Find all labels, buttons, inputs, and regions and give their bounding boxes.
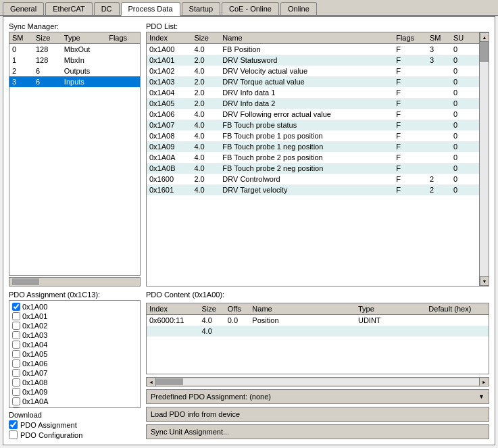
- pdo-assign-checkbox[interactable]: [12, 331, 20, 339]
- table-row[interactable]: 36Inputs: [9, 76, 140, 87]
- list-item[interactable]: 0x1A04: [11, 340, 139, 349]
- top-section: Sync Manager: SM Size Type Flags 0128Mbx…: [9, 22, 489, 287]
- predefined-pdo-dropdown[interactable]: Predefined PDO Assignment: (none) ▼: [146, 389, 489, 404]
- pdo-assign-checkbox[interactable]: [12, 369, 20, 377]
- pdo-assign-checkbox[interactable]: [12, 322, 20, 330]
- pc-col-type: Type: [355, 303, 426, 315]
- pdo-assign-checkbox[interactable]: [12, 359, 20, 368]
- sync-manager-table-container: SM Size Type Flags 0128MbxOut1128MbxIn26…: [9, 32, 141, 276]
- pdo-content-table-container[interactable]: Index Size Offs Name Type Default (hex) …: [146, 303, 489, 374]
- tab-coe-online[interactable]: CoE - Online: [222, 2, 279, 15]
- list-item[interactable]: 0x1A06: [11, 359, 139, 368]
- pdo-assign-checkbox[interactable]: [12, 407, 20, 408]
- table-row[interactable]: 4.0: [147, 326, 489, 337]
- pdo-assignment-panel: PDO Assignment (0x1C13): 0x1A000x1A010x1…: [9, 291, 141, 439]
- tab-dc[interactable]: DC: [94, 2, 120, 15]
- pdo-assign-checkbox[interactable]: [12, 388, 20, 396]
- sync-manager-table: SM Size Type Flags 0128MbxOut1128MbxIn26…: [9, 32, 140, 87]
- sm-hscroll[interactable]: [9, 277, 141, 287]
- load-pdo-button[interactable]: Load PDO info from device: [146, 407, 489, 422]
- pc-col-size: Size: [199, 303, 224, 315]
- table-row[interactable]: 0x1A064.0DRV Following error actual valu…: [147, 109, 489, 120]
- pdo-list-label: PDO List:: [146, 22, 489, 30]
- pc-col-offs: Offs: [225, 303, 250, 315]
- sync-unit-button[interactable]: Sync Unit Assignment...: [146, 424, 489, 439]
- pdo-content-table: Index Size Offs Name Type Default (hex) …: [147, 303, 489, 337]
- pdo-col-sm: SM: [427, 32, 451, 44]
- tab-process-data[interactable]: Process Data: [121, 2, 180, 16]
- scrollbar-up-btn[interactable]: ▲: [480, 32, 489, 42]
- tab-general[interactable]: General: [3, 2, 44, 15]
- table-row[interactable]: 0x1A0A4.0FB Touch probe 2 pos positionF0: [147, 152, 489, 163]
- download-panel: Download PDO Assignment PDO Configuratio…: [9, 411, 141, 439]
- table-row[interactable]: 0x1A024.0DRV Velocity actual valueF0: [147, 66, 489, 76]
- sm-col-type: Type: [61, 32, 106, 44]
- pdo-col-index: Index: [147, 32, 191, 44]
- table-row[interactable]: 26Outputs: [9, 66, 140, 76]
- pdo-config-checkbox[interactable]: [9, 430, 18, 439]
- list-item[interactable]: 0x1A0B: [11, 406, 139, 408]
- predefined-pdo-label: Predefined PDO Assignment: (none): [151, 393, 271, 401]
- table-row[interactable]: 1128MbxIn: [9, 55, 140, 66]
- bottom-section: PDO Assignment (0x1C13): 0x1A000x1A010x1…: [9, 291, 489, 439]
- sync-manager-label: Sync Manager:: [9, 22, 141, 30]
- pdo-assign-checkbox[interactable]: [12, 303, 20, 311]
- pdo-assignment-checkbox[interactable]: [9, 420, 18, 429]
- list-item[interactable]: 0x1A00: [11, 302, 139, 312]
- download-label: Download: [9, 411, 141, 419]
- sm-col-size: Size: [33, 32, 61, 44]
- pdo-list-scrollbar[interactable]: ▲ ▼: [479, 32, 489, 286]
- pdo-col-size: Size: [191, 32, 220, 44]
- list-item[interactable]: 0x1A08: [11, 378, 139, 387]
- list-item[interactable]: 0x1A02: [11, 321, 139, 330]
- table-row[interactable]: 0x1A032.0DRV Torque actual valueF0: [147, 76, 489, 87]
- dropdown-arrow-icon: ▼: [478, 393, 484, 400]
- pdo-assignment-check-item[interactable]: PDO Assignment: [9, 420, 141, 429]
- list-item[interactable]: 0x1A0A: [11, 397, 139, 406]
- pdo-assign-checkbox[interactable]: [12, 378, 20, 387]
- sync-manager-panel: Sync Manager: SM Size Type Flags 0128Mbx…: [9, 22, 141, 287]
- table-row[interactable]: 0x16014.0DRV Target velocityF20: [147, 184, 489, 195]
- list-item[interactable]: 0x1A05: [11, 349, 139, 359]
- pdo-col-name: Name: [220, 32, 393, 44]
- pdo-config-check-label: PDO Configuration: [20, 431, 82, 439]
- pdo-content-label: PDO Content (0x1A00):: [146, 291, 489, 299]
- table-row[interactable]: 0x16002.0DRV ControlwordF20: [147, 174, 489, 184]
- table-row[interactable]: 0x1A012.0DRV StatuswordF30: [147, 55, 489, 66]
- table-row[interactable]: 0x1A052.0DRV Info data 2F0: [147, 98, 489, 109]
- pdo-assign-checkbox[interactable]: [12, 312, 20, 320]
- pc-col-index: Index: [147, 303, 199, 315]
- list-item[interactable]: 0x1A01: [11, 312, 139, 321]
- table-row[interactable]: 0x1A004.0FB PositionF30: [147, 44, 489, 55]
- main-content: Sync Manager: SM Size Type Flags 0128Mbx…: [3, 16, 495, 445]
- table-row[interactable]: 0x1A074.0FB Touch probe statusF0: [147, 120, 489, 130]
- table-row[interactable]: 0x6000:114.00.0PositionUDINT: [147, 315, 489, 326]
- pdo-assignment-list[interactable]: 0x1A000x1A010x1A020x1A030x1A040x1A050x1A…: [9, 300, 141, 408]
- table-row[interactable]: 0x1A0B4.0FB Touch probe 2 neg positionF0: [147, 163, 489, 174]
- pdo-content-hscroll[interactable]: ◄ ►: [146, 377, 489, 387]
- list-item[interactable]: 0x1A07: [11, 368, 139, 378]
- tab-ethercat[interactable]: EtherCAT: [45, 2, 92, 15]
- pdo-list-table: Index Size Name Flags SM SU 0x1A004.0FB …: [147, 32, 489, 195]
- list-item[interactable]: 0x1A03: [11, 330, 139, 340]
- scrollbar-down-btn[interactable]: ▼: [480, 276, 489, 286]
- tab-online[interactable]: Online: [280, 2, 317, 15]
- table-row[interactable]: 0x1A042.0DRV Info data 1F0: [147, 87, 489, 98]
- table-row[interactable]: 0x1A094.0FB Touch probe 1 neg positionF0: [147, 141, 489, 152]
- table-row[interactable]: 0x1A084.0FB Touch probe 1 pos positionF0: [147, 130, 489, 141]
- sm-col-sm: SM: [9, 32, 33, 44]
- pdo-assign-checkbox[interactable]: [12, 350, 20, 358]
- pdo-list-table-container[interactable]: Index Size Name Flags SM SU 0x1A004.0FB …: [146, 32, 489, 287]
- sm-col-flags: Flags: [106, 32, 140, 44]
- download-checkboxes: PDO Assignment PDO Configuration: [9, 420, 141, 439]
- pdo-config-check-item[interactable]: PDO Configuration: [9, 430, 141, 439]
- tab-bar: General EtherCAT DC Process Data Startup…: [0, 0, 498, 16]
- list-item[interactable]: 0x1A09: [11, 387, 139, 397]
- pdo-assignment-label: PDO Assignment (0x1C13):: [9, 291, 141, 299]
- pdo-assign-checkbox[interactable]: [12, 397, 20, 405]
- pdo-content-area: PDO Content (0x1A00): Index Size Offs Na…: [146, 291, 489, 439]
- table-row[interactable]: 0128MbxOut: [9, 44, 140, 55]
- pdo-assignment-check-label: PDO Assignment: [20, 421, 77, 429]
- tab-startup[interactable]: Startup: [182, 2, 220, 15]
- pdo-assign-checkbox[interactable]: [12, 341, 20, 349]
